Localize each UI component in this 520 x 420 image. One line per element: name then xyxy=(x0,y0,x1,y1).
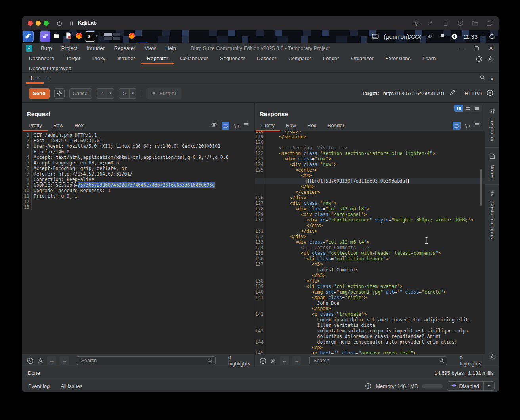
tab-logger[interactable]: Logger xyxy=(317,53,345,64)
menu-intruder[interactable]: Intruder xyxy=(82,45,109,51)
prev-match-button[interactable]: ← xyxy=(47,356,56,365)
layout-toggle[interactable] xyxy=(454,105,482,112)
response-scrollbar[interactable] xyxy=(480,169,482,206)
next-match-button[interactable]: → xyxy=(292,356,301,365)
edit-target-pencil-icon[interactable] xyxy=(449,90,455,97)
pause-icon[interactable] xyxy=(68,20,75,27)
kali-menu-button[interactable] xyxy=(23,31,33,42)
response-tab-raw[interactable]: Raw xyxy=(280,121,302,132)
ai-disabled-dropdown[interactable]: Disabled ▼ xyxy=(447,381,495,391)
sidebar-settings-gear-icon[interactable] xyxy=(489,354,495,361)
windows-icon[interactable] xyxy=(486,20,493,27)
editor-menu-icon[interactable] xyxy=(474,122,480,129)
word-wrap-toggle-icon[interactable] xyxy=(222,122,229,130)
event-log-tab[interactable]: Event log xyxy=(28,383,50,389)
firefox-taskbar-icon[interactable] xyxy=(126,31,137,42)
globe-icon[interactable] xyxy=(476,55,482,62)
response-search-input[interactable] xyxy=(309,356,447,365)
menu-view[interactable]: View xyxy=(140,45,161,51)
back-history-button[interactable]: <▼ xyxy=(97,88,114,99)
search-help-icon[interactable]: ? xyxy=(27,357,34,364)
device-icon[interactable] xyxy=(442,20,449,27)
editor-menu-icon[interactable] xyxy=(243,122,249,129)
repeater-tab-1[interactable]: 1 × xyxy=(26,74,44,84)
power-icon[interactable] xyxy=(56,20,63,27)
settings-gear-icon[interactable] xyxy=(487,55,494,62)
power-manager-icon[interactable] xyxy=(451,33,458,40)
tab-dashboard[interactable]: Dashboard xyxy=(23,53,60,64)
tab-extensions[interactable]: Extensions xyxy=(380,53,417,64)
tab-comparer[interactable]: Comparer xyxy=(282,53,317,64)
menu-project[interactable]: Project xyxy=(56,45,82,51)
close-tab-icon[interactable]: × xyxy=(37,75,40,81)
help-icon[interactable]: ? xyxy=(487,90,493,97)
notifications-bell-icon[interactable] xyxy=(439,33,446,40)
collapse-icon[interactable]: ▲ xyxy=(490,76,494,80)
zoom-traffic-light[interactable] xyxy=(44,21,49,26)
request-tab-pretty[interactable]: Pretty xyxy=(23,121,48,132)
rows-layout-icon[interactable] xyxy=(463,105,472,112)
request-editor[interactable]: 1GET /admin.php HTTP/1.12Host: 154.57.16… xyxy=(22,131,254,354)
newline-toggle-icon[interactable]: \n xyxy=(465,123,470,128)
tab-learn[interactable]: Learn xyxy=(417,53,442,64)
minimize-traffic-light[interactable] xyxy=(36,21,41,26)
menu-burp[interactable]: Burp xyxy=(36,45,56,51)
minimize-button[interactable]: — xyxy=(459,45,465,52)
menu-repeater[interactable]: Repeater xyxy=(109,45,140,51)
tab-intruder[interactable]: Intruder xyxy=(111,53,141,64)
share-icon[interactable] xyxy=(428,20,434,27)
tab-proxy[interactable]: Proxy xyxy=(86,53,111,64)
request-search-input[interactable] xyxy=(77,356,216,365)
tab-repeater[interactable]: Repeater xyxy=(141,53,174,64)
tab-collaborator[interactable]: Collaborator xyxy=(174,53,214,64)
response-editor[interactable]: 118 </div>119 </section>120121 <!-- Sect… xyxy=(255,131,485,354)
sound-muted-icon[interactable] xyxy=(426,33,434,40)
tab-decoder-improved[interactable]: Decoder Improved xyxy=(29,65,71,71)
response-tab-pretty[interactable]: Pretty xyxy=(256,121,280,132)
response-tab-hex[interactable]: Hex xyxy=(302,121,322,132)
terminal-icon[interactable]: $_ xyxy=(85,31,95,42)
search-help-icon[interactable]: ? xyxy=(260,357,266,364)
workspace-pager[interactable] xyxy=(104,33,120,40)
keyboard-icon[interactable] xyxy=(371,33,379,40)
request-tab-raw[interactable]: Raw xyxy=(48,121,69,132)
file-manager-icon[interactable] xyxy=(51,31,61,42)
all-issues-tab[interactable]: All issues xyxy=(61,383,82,389)
close-button[interactable]: × xyxy=(489,44,493,52)
terminal-dropdown-icon[interactable]: ▾ xyxy=(96,34,98,38)
burp-ai-button[interactable]: Burp AI xyxy=(146,88,182,99)
search-icon[interactable] xyxy=(480,75,485,82)
folder-share-icon[interactable] xyxy=(472,20,478,27)
send-settings-gear-icon[interactable] xyxy=(54,88,65,99)
tab-target[interactable]: Target xyxy=(60,53,86,64)
disc-icon[interactable] xyxy=(457,20,464,27)
word-wrap-toggle-icon[interactable] xyxy=(453,122,461,130)
cancel-button[interactable]: Cancel xyxy=(69,88,92,99)
info-icon[interactable]: i xyxy=(365,383,371,389)
sidebar-item-custom-actions[interactable]: Custom actions xyxy=(485,185,499,239)
tab-decoder[interactable]: Decoder xyxy=(251,53,282,64)
app-window-icon[interactable] xyxy=(40,31,50,42)
hide-headers-icon[interactable] xyxy=(211,122,217,130)
newline-toggle-icon[interactable]: \n xyxy=(234,123,239,128)
send-button[interactable]: Send xyxy=(29,88,50,99)
add-tab-button[interactable]: + xyxy=(46,74,50,82)
maximize-button[interactable] xyxy=(475,46,479,50)
close-traffic-light[interactable] xyxy=(28,21,33,26)
chevron-down-icon[interactable]: ▼ xyxy=(483,382,494,390)
brightness-icon[interactable] xyxy=(413,20,420,27)
single-layout-icon[interactable] xyxy=(472,105,482,112)
forward-history-button[interactable]: >▼ xyxy=(119,88,136,99)
response-tab-render[interactable]: Render xyxy=(322,121,350,132)
search-settings-gear-icon[interactable] xyxy=(270,357,276,364)
request-tab-hex[interactable]: Hex xyxy=(69,121,89,132)
document-icon[interactable] xyxy=(63,31,73,42)
session-refresh-icon[interactable] xyxy=(488,33,495,40)
sidebar-item-inspector[interactable]: Inspector xyxy=(485,103,499,148)
search-settings-gear-icon[interactable] xyxy=(37,357,44,364)
tab-organizer[interactable]: Organizer xyxy=(345,53,379,64)
tab-sequencer[interactable]: Sequencer xyxy=(214,53,251,64)
menu-help[interactable]: Help xyxy=(161,45,181,51)
sidebar-item-notes[interactable]: Notes xyxy=(485,148,499,185)
firefox-icon[interactable] xyxy=(74,31,84,42)
